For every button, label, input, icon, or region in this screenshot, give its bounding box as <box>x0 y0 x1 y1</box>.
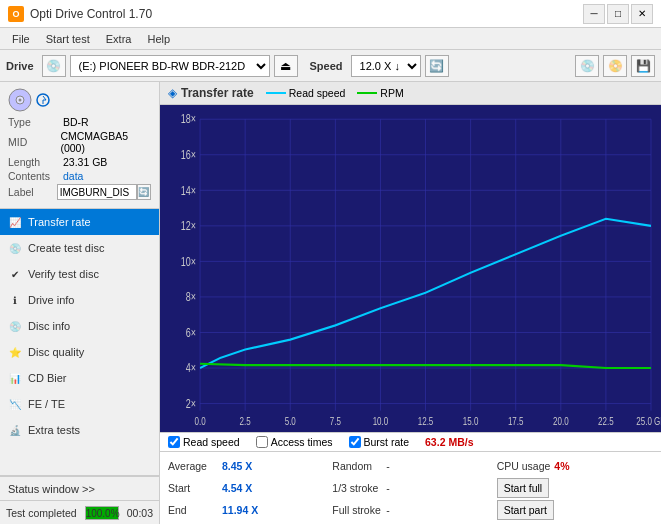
stat-1-3-stroke-row: 1/3 stroke - <box>332 478 488 498</box>
stat-end-row: End 11.94 X <box>168 500 324 520</box>
stat-cpu-label: CPU usage <box>497 460 551 472</box>
stat-random-value: - <box>386 460 390 472</box>
stat-start-label: Start <box>168 482 218 494</box>
disc-mid-label: MID <box>8 136 60 148</box>
stat-average-row: Average 8.45 X <box>168 456 324 476</box>
svg-text:7.5: 7.5 <box>330 414 342 427</box>
maximize-button[interactable]: □ <box>607 4 629 24</box>
titlebar-controls: ─ □ ✕ <box>583 4 653 24</box>
svg-text:12×: 12× <box>181 219 196 233</box>
label-refresh-btn[interactable]: 🔄 <box>137 184 151 200</box>
close-button[interactable]: ✕ <box>631 4 653 24</box>
disc-mid-row: MID CMCMAGBA5 (000) <box>8 130 151 154</box>
nav-create-test-disc[interactable]: 💿 Create test disc <box>0 235 159 261</box>
disc-length-value: 23.31 GB <box>63 156 107 168</box>
drive-icon-btn[interactable]: 💿 <box>42 55 66 77</box>
nav-cd-bier[interactable]: 📊 CD Bier <box>0 365 159 391</box>
titlebar-title: Opti Drive Control 1.70 <box>30 7 152 21</box>
disc-panel: Type BD-R MID CMCMAGBA5 (000) Length 23.… <box>0 82 159 209</box>
titlebar: O Opti Drive Control 1.70 ─ □ ✕ <box>0 0 661 28</box>
legend-rpm-label: RPM <box>380 87 403 99</box>
time-display: 00:03 <box>127 507 153 519</box>
menu-extra[interactable]: Extra <box>98 31 140 47</box>
app-icon: O <box>8 6 24 22</box>
burst-rate-value: 63.2 MB/s <box>425 436 473 448</box>
drive-select[interactable]: (E:) PIONEER BD-RW BDR-212D 1.00 <box>70 55 270 77</box>
status-window-button[interactable]: Status window >> <box>0 476 159 500</box>
access-times-checkbox[interactable] <box>256 436 268 448</box>
svg-text:0.0: 0.0 <box>195 414 207 427</box>
refresh-button[interactable]: 🔄 <box>425 55 449 77</box>
legend-read-speed-color <box>266 92 286 94</box>
extra-tests-icon: 🔬 <box>8 423 22 437</box>
eject-button[interactable]: ⏏ <box>274 55 298 77</box>
progress-text: 100.0% <box>86 507 118 521</box>
titlebar-left: O Opti Drive Control 1.70 <box>8 6 152 22</box>
stat-end-label: End <box>168 504 218 516</box>
stat-random-label: Random <box>332 460 382 472</box>
chart-svg: 18× 16× 14× 12× 10× 8× 6× 4× 2× 0.0 2.5 … <box>160 105 661 432</box>
nav-extra-tests-label: Extra tests <box>28 424 80 436</box>
nav-disc-quality[interactable]: ⭐ Disc quality <box>0 339 159 365</box>
burst-rate-checkbox-label: Burst rate <box>364 436 410 448</box>
svg-text:6×: 6× <box>186 325 196 339</box>
fe-te-icon: 📉 <box>8 397 22 411</box>
svg-text:22.5: 22.5 <box>598 414 614 427</box>
svg-text:25.0 GB: 25.0 GB <box>636 414 661 427</box>
transfer-rate-icon: 📈 <box>8 215 22 229</box>
stats-grid: Average 8.45 X Random - CPU usage 4% Sta… <box>160 452 661 524</box>
save-button[interactable]: 💾 <box>631 55 655 77</box>
disc-label-input[interactable] <box>57 184 137 200</box>
disc-btn2[interactable]: 📀 <box>603 55 627 77</box>
menu-start-test[interactable]: Start test <box>38 31 98 47</box>
stat-full-stroke-row: Full stroke - <box>332 500 488 520</box>
minimize-button[interactable]: ─ <box>583 4 605 24</box>
legend-rpm: RPM <box>357 87 403 99</box>
menu-help[interactable]: Help <box>139 31 178 47</box>
svg-text:20.0: 20.0 <box>553 414 569 427</box>
start-part-button[interactable]: Start part <box>497 500 554 520</box>
stat-cpu-value: 4% <box>554 460 569 472</box>
stat-1-3-stroke-value: - <box>386 482 390 494</box>
burst-rate-checkbox[interactable] <box>349 436 361 448</box>
speed-label: Speed <box>310 60 343 72</box>
disc-mid-value: CMCMAGBA5 (000) <box>60 130 151 154</box>
chart-container: ◈ Transfer rate Read speed RPM <box>160 82 661 524</box>
nav-disc-info[interactable]: 💿 Disc info <box>0 313 159 339</box>
sidebar: Type BD-R MID CMCMAGBA5 (000) Length 23.… <box>0 82 160 524</box>
svg-text:12.5: 12.5 <box>418 414 434 427</box>
status-window-label: Status window >> <box>8 483 95 495</box>
stat-start-part-row: Start part <box>497 500 653 520</box>
nav-transfer-rate[interactable]: 📈 Transfer rate <box>0 209 159 235</box>
stat-average-value: 8.45 X <box>222 460 252 472</box>
svg-text:5.0: 5.0 <box>285 414 297 427</box>
svg-text:4×: 4× <box>186 361 196 375</box>
menu-file[interactable]: File <box>4 31 38 47</box>
disc-type-row: Type BD-R <box>8 116 151 128</box>
create-test-disc-icon: 💿 <box>8 241 22 255</box>
checkbox-burst-rate[interactable]: Burst rate <box>349 436 410 448</box>
nav-drive-info[interactable]: ℹ Drive info <box>0 287 159 313</box>
disc-btn1[interactable]: 💿 <box>575 55 599 77</box>
chart-title: Transfer rate <box>181 86 254 100</box>
nav-create-test-disc-label: Create test disc <box>28 242 104 254</box>
main-content: Type BD-R MID CMCMAGBA5 (000) Length 23.… <box>0 82 661 524</box>
svg-rect-4 <box>160 105 661 432</box>
chart-checkboxes: Read speed Access times Burst rate 63.2 … <box>160 432 661 452</box>
read-speed-checkbox[interactable] <box>168 436 180 448</box>
chart-title-icon: ◈ <box>168 86 177 100</box>
speed-select[interactable]: 12.0 X ↓ <box>351 55 421 77</box>
checkbox-access-times[interactable]: Access times <box>256 436 333 448</box>
nav-transfer-rate-label: Transfer rate <box>28 216 91 228</box>
stat-full-stroke-label: Full stroke <box>332 504 382 516</box>
nav-drive-info-label: Drive info <box>28 294 74 306</box>
nav-fe-te[interactable]: 📉 FE / TE <box>0 391 159 417</box>
verify-test-disc-icon: ✔ <box>8 267 22 281</box>
nav-verify-test-disc[interactable]: ✔ Verify test disc <box>0 261 159 287</box>
status-bar: Test completed 100.0% 00:03 <box>0 500 159 524</box>
checkbox-read-speed[interactable]: Read speed <box>168 436 240 448</box>
nav-extra-tests[interactable]: 🔬 Extra tests <box>0 417 159 443</box>
start-full-button[interactable]: Start full <box>497 478 550 498</box>
stat-start-full-row: Start full <box>497 478 653 498</box>
nav-disc-quality-label: Disc quality <box>28 346 84 358</box>
